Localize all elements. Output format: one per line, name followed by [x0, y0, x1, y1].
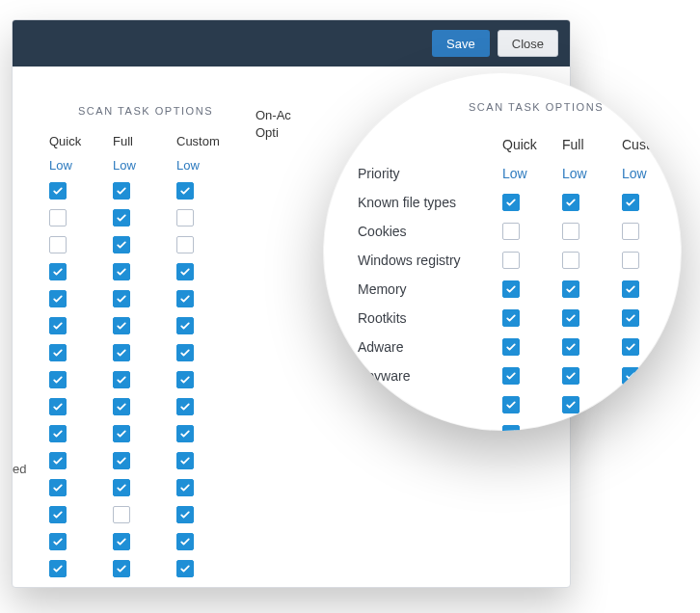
checkbox-quick[interactable]: [502, 223, 520, 240]
bg-row: [49, 479, 242, 496]
checkbox-custom[interactable]: [622, 367, 639, 385]
close-button[interactable]: Close: [498, 30, 558, 57]
bg-checkbox[interactable]: [113, 452, 130, 469]
bg-checkbox[interactable]: [49, 263, 67, 280]
bg-checkbox[interactable]: [176, 371, 194, 388]
bg-checkbox[interactable]: [176, 425, 194, 442]
option-row: Rootkits: [358, 304, 647, 333]
bg-row: [49, 182, 242, 200]
bg-checkbox[interactable]: [49, 290, 67, 307]
bg-checkbox[interactable]: [49, 533, 67, 550]
bg-checkbox[interactable]: [49, 236, 67, 253]
bg-checkbox[interactable]: [49, 344, 67, 361]
bg-row: [49, 209, 242, 227]
bg-checkbox[interactable]: [176, 533, 194, 550]
bg-checkbox[interactable]: [176, 452, 194, 469]
bg-checkbox[interactable]: [113, 317, 130, 334]
bg-checkbox[interactable]: [113, 425, 130, 442]
option-label: Spyware: [358, 368, 502, 384]
bg-checkbox[interactable]: [49, 398, 67, 415]
bg-checkbox[interactable]: [113, 263, 130, 280]
bg-row: [49, 533, 242, 550]
zoom-priority-row: Priority Low Low Low: [358, 159, 647, 188]
bg-checkbox[interactable]: [49, 371, 67, 388]
bg-checkbox[interactable]: [113, 371, 130, 388]
bg-checkbox[interactable]: [113, 533, 130, 550]
bg-checkbox[interactable]: [113, 479, 130, 496]
checkbox-quick[interactable]: [502, 280, 520, 298]
priority-label: Priority: [358, 166, 502, 181]
bg-checkbox[interactable]: [113, 344, 130, 361]
checkbox-custom[interactable]: [622, 280, 639, 298]
prio-quick: Low: [49, 158, 107, 173]
checkbox-custom[interactable]: [622, 309, 639, 327]
checkbox-full[interactable]: [562, 338, 579, 356]
bg-checkbox[interactable]: [49, 209, 67, 227]
bg-checkbox[interactable]: [113, 560, 130, 577]
bg-priority-row: Low Low Low: [49, 158, 242, 173]
checkbox-full[interactable]: [562, 280, 579, 298]
checkbox-custom[interactable]: [622, 338, 639, 356]
bg-checkbox[interactable]: [113, 236, 130, 253]
checkbox-custom[interactable]: [622, 194, 639, 211]
bg-checkbox[interactable]: [113, 209, 130, 227]
checkbox-custom[interactable]: [622, 223, 639, 240]
bg-checkbox[interactable]: [49, 479, 67, 496]
checkbox-full[interactable]: [562, 223, 579, 240]
option-label: Cookies: [358, 224, 502, 239]
option-row: Memory: [358, 275, 647, 304]
save-button[interactable]: Save: [432, 30, 490, 57]
clipped-label: ed: [13, 462, 26, 476]
bg-row: [49, 506, 242, 523]
bg-checkbox[interactable]: [49, 506, 67, 523]
checkbox-quick[interactable]: [502, 425, 520, 431]
bg-checkbox[interactable]: [49, 425, 67, 442]
bg-checkbox[interactable]: [176, 398, 194, 415]
bg-checkbox[interactable]: [176, 506, 194, 523]
prio-full: Low: [113, 158, 171, 173]
option-label: Memory: [358, 281, 502, 297]
checkbox-full[interactable]: [562, 252, 579, 269]
checkbox-full[interactable]: [562, 194, 579, 211]
bg-checkbox[interactable]: [113, 290, 130, 307]
bg-checkbox[interactable]: [49, 317, 67, 334]
checkbox-full[interactable]: [562, 309, 579, 327]
checkbox-quick[interactable]: [502, 367, 520, 385]
checkbox-quick[interactable]: [502, 396, 520, 413]
bg-checkbox[interactable]: [113, 182, 130, 200]
col-full: Full: [113, 134, 171, 148]
bg-checkbox[interactable]: [176, 290, 194, 307]
bg-checkbox[interactable]: [176, 209, 194, 227]
option-label: Adware: [358, 339, 502, 355]
bg-checkbox[interactable]: [113, 398, 130, 415]
zprio-custom[interactable]: Low: [622, 166, 682, 181]
zprio-full[interactable]: Low: [562, 166, 622, 181]
bg-checkbox[interactable]: [176, 317, 194, 334]
bg-checkbox[interactable]: [113, 506, 130, 523]
bg-checkbox[interactable]: [176, 344, 194, 361]
section-title-bg: SCAN TASK OPTIONS: [49, 105, 242, 117]
zcol-custom: Custom: [622, 137, 682, 152]
checkbox-custom[interactable]: [622, 252, 639, 269]
checkbox-custom[interactable]: [622, 396, 639, 413]
checkbox-quick[interactable]: [502, 252, 520, 269]
checkbox-quick[interactable]: [502, 309, 520, 327]
option-label: Known file types: [358, 195, 502, 210]
checkbox-quick[interactable]: [502, 194, 520, 211]
bg-row: [49, 425, 242, 442]
bg-checkbox[interactable]: [176, 182, 194, 200]
checkbox-full[interactable]: [562, 396, 579, 413]
bg-checkbox[interactable]: [49, 452, 67, 469]
zprio-quick[interactable]: Low: [502, 166, 562, 181]
bg-checkbox[interactable]: [176, 236, 194, 253]
checkbox-full[interactable]: [562, 367, 579, 385]
on-access-line2: Opti: [256, 124, 291, 142]
bg-checkbox[interactable]: [176, 263, 194, 280]
bg-checkbox[interactable]: [49, 560, 67, 577]
checkbox-custom[interactable]: [622, 425, 639, 431]
bg-checkbox[interactable]: [176, 479, 194, 496]
bg-checkbox[interactable]: [176, 560, 194, 577]
option-row: Known file types: [358, 188, 647, 217]
checkbox-quick[interactable]: [502, 338, 520, 356]
bg-checkbox[interactable]: [49, 182, 67, 200]
